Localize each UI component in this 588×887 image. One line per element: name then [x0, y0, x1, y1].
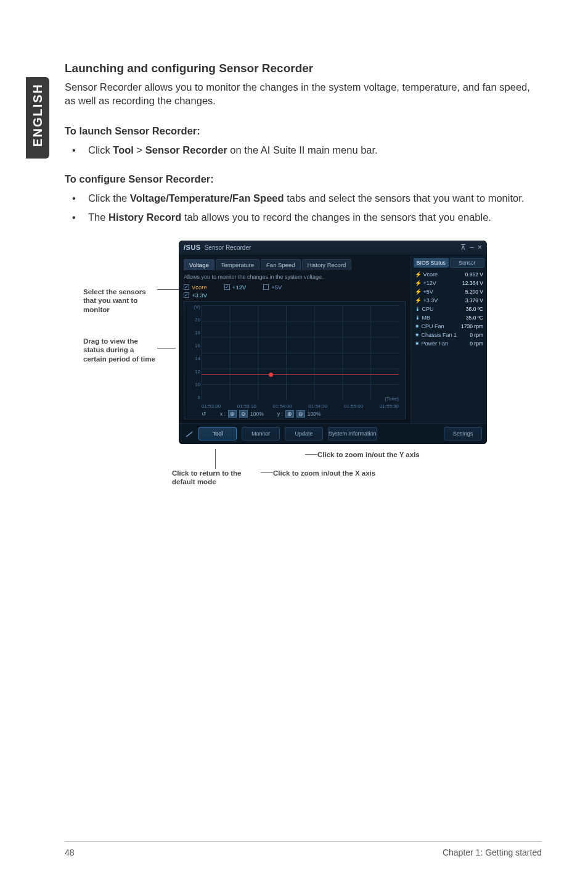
configure-bullets: Click the Voltage/Temperature/Fan Speed … — [65, 191, 542, 225]
check-5v[interactable]: +5V — [263, 284, 282, 291]
configure-bullet-1: Click the Voltage/Temperature/Fan Speed … — [65, 191, 542, 205]
zoom-in-y-button[interactable]: ⊕ — [285, 410, 294, 418]
tab-history-record[interactable]: History Record — [302, 259, 352, 270]
fan-icon: ✷ — [415, 340, 420, 347]
fan-icon: ✷ — [415, 323, 420, 329]
bottom-update-button[interactable]: Update — [285, 427, 323, 440]
figure: Select the sensors that you want to moni… — [83, 241, 490, 500]
tab-description: Allows you to monitor the changes in the… — [184, 274, 406, 280]
sensor-row-12v: ⚡ +12V12.384 V — [414, 279, 484, 287]
bottom-settings-button[interactable]: Settings — [444, 427, 482, 440]
close-icon[interactable]: × — [478, 243, 482, 252]
main-tabs: Voltage Temperature Fan Speed History Re… — [184, 259, 406, 270]
sensor-row-vcore: ⚡ Vcore0.952 V — [414, 270, 484, 279]
sensor-row-mb-temp: 🌡 MB35.0 ºC — [414, 313, 484, 322]
bottom-tool-button[interactable]: Tool — [198, 427, 237, 440]
chart-grid — [202, 305, 399, 400]
zoom-out-y-button[interactable]: ⊖ — [296, 410, 305, 418]
pin-icon[interactable]: ⊼ — [460, 243, 466, 252]
page-footer: 48 Chapter 1: Getting started — [65, 848, 542, 857]
reset-zoom-button[interactable]: ↺ — [202, 410, 206, 418]
bolt-icon: ⚡ — [415, 280, 422, 286]
sensor-row-cpu-temp: 🌡 CPU36.0 ºC — [414, 305, 484, 313]
tab-temperature[interactable]: Temperature — [216, 259, 259, 270]
callout-return-default: Click to return to the default mode — [172, 469, 246, 487]
time-axis-label: (Time) — [385, 396, 399, 402]
zoom-out-x-button[interactable]: ⊖ — [239, 410, 248, 418]
bottom-sysinfo-button[interactable]: System Information — [328, 427, 377, 440]
language-tab: ENGLISH — [26, 77, 49, 159]
asus-logo-icon: ⟋ — [184, 429, 194, 439]
thermometer-icon: 🌡 — [415, 315, 420, 321]
sensor-row-chassis-fan: ✷ Chassis Fan 10 rpm — [414, 331, 484, 339]
brand-logo: /SUS — [184, 244, 201, 251]
axis-zoom-controls: ↺ x : ⊕ ⊖ 100% y : ⊕ ⊖ 10 — [202, 410, 321, 418]
bolt-icon: ⚡ — [415, 289, 422, 295]
check-12v[interactable]: ✓+12V — [224, 284, 246, 291]
callout-select-sensors: Select the sensors that you want to moni… — [83, 287, 157, 314]
window-titlebar: /SUS Sensor Recorder ⊼ – × — [179, 241, 487, 255]
bolt-icon: ⚡ — [415, 297, 422, 303]
page-number: 48 — [65, 848, 75, 857]
callout-zoom-x: Click to zoom in/out the X axis — [273, 469, 378, 477]
language-tab-label: ENGLISH — [31, 83, 45, 147]
intro-paragraph: Sensor Recorder allows you to monitor th… — [65, 80, 542, 108]
launch-subhead: To launch Sensor Recorder: — [65, 125, 542, 137]
sensor-checkboxes: ✓Vcore ✓+12V +5V — [184, 284, 406, 291]
sensor-row-cpu-fan: ✷ CPU Fan1730 rpm — [414, 322, 484, 331]
bottom-monitor-button[interactable]: Monitor — [242, 427, 280, 440]
callout-drag-view: Drag to view the status during a certain… — [83, 337, 157, 363]
status-sidebar: BIOS Status Sensor ⚡ Vcore0.952 V ⚡ +12V… — [410, 255, 487, 423]
bolt-icon: ⚡ — [415, 271, 422, 278]
thermometer-icon: 🌡 — [415, 306, 420, 312]
configure-subhead: To configure Sensor Recorder: — [65, 173, 542, 185]
sensor-row-5v: ⚡ +5V5.200 V — [414, 287, 484, 296]
side-tab-sensor[interactable]: Sensor — [450, 258, 485, 268]
tab-fan-speed[interactable]: Fan Speed — [261, 259, 300, 270]
check-vcore[interactable]: ✓Vcore — [184, 284, 207, 291]
window-title: Sensor Recorder — [205, 244, 251, 251]
side-tab-bios-status[interactable]: BIOS Status — [414, 258, 449, 268]
chart-series-line — [202, 374, 399, 375]
callout-zoom-y: Click to zoom in/out the Y axis — [317, 450, 422, 459]
sensor-row-power-fan: ✷ Power Fan0 rpm — [414, 339, 484, 348]
tab-voltage[interactable]: Voltage — [184, 259, 214, 270]
section-title: Launching and configuring Sensor Recorde… — [65, 62, 542, 75]
minimize-icon[interactable]: – — [470, 243, 474, 252]
sensor-recorder-window: /SUS Sensor Recorder ⊼ – × Voltage Tempe… — [179, 241, 487, 444]
chapter-label: Chapter 1: Getting started — [443, 848, 542, 857]
bottom-bar: ⟋ Tool Monitor Update System Information… — [179, 423, 487, 444]
launch-bullets: Click Tool > Sensor Recorder on the AI S… — [65, 143, 542, 157]
launch-bullet-1: Click Tool > Sensor Recorder on the AI S… — [65, 143, 542, 157]
configure-bullet-2: The History Record tab allows you to rec… — [65, 210, 542, 225]
chart-area[interactable]: (V) 20 18 16 14 12 10 8 (Time) — [184, 301, 406, 419]
check-3-3v[interactable]: ✓+3.3V — [184, 292, 207, 299]
sensor-row-3-3v: ⚡ +3.3V3.376 V — [414, 296, 484, 305]
fan-icon: ✷ — [415, 332, 420, 338]
zoom-in-x-button[interactable]: ⊕ — [228, 410, 237, 418]
x-ticks: 01:53:00 01:53:30 01:54:00 01:54:30 01:5… — [202, 403, 399, 409]
y-ticks: (V) 20 18 16 14 12 10 8 — [187, 304, 200, 400]
